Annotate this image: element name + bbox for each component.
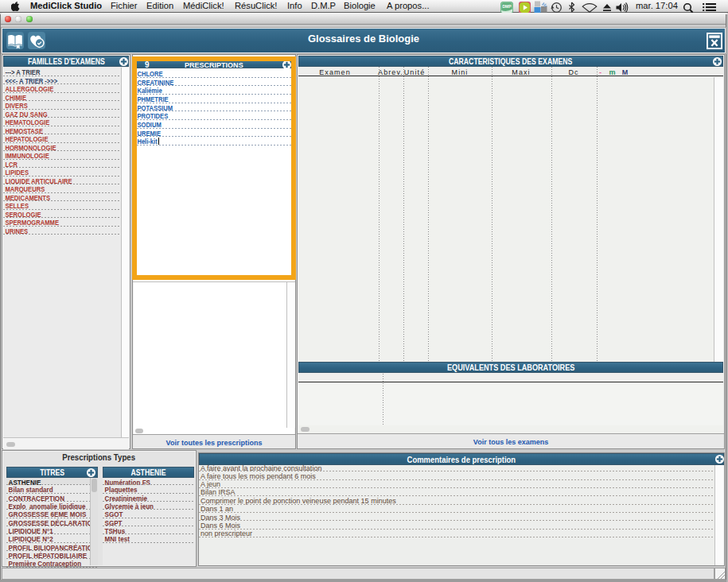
svg-text:DMP: DMP bbox=[502, 4, 512, 9]
